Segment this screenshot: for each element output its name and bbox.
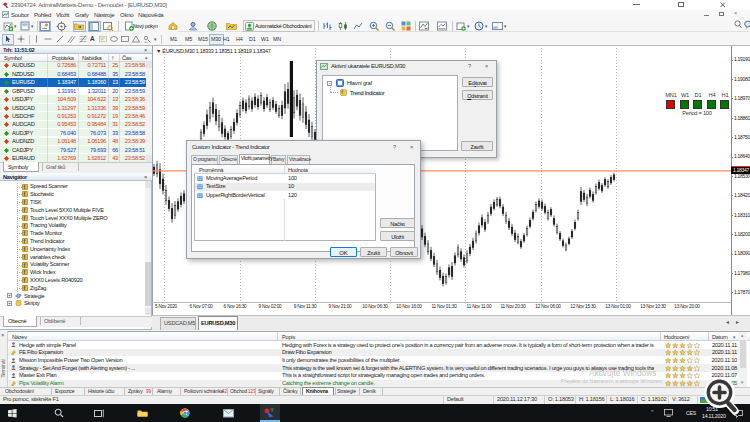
svg-text:12: 12	[198, 177, 202, 181]
svg-text:12: 12	[198, 194, 202, 198]
svg-text:12: 12	[198, 185, 202, 189]
